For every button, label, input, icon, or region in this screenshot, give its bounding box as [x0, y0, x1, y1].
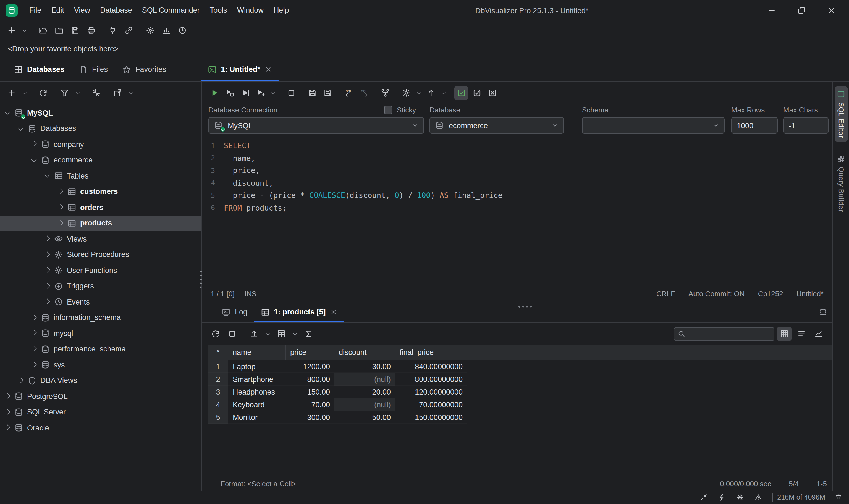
column-header-price[interactable]: price — [286, 345, 335, 360]
tree-item-customers[interactable]: customers — [0, 184, 201, 199]
tree-item-tables[interactable]: Tables — [0, 168, 201, 184]
export-grid-button[interactable] — [247, 327, 261, 341]
save-button[interactable] — [68, 23, 82, 37]
search-input[interactable] — [688, 329, 765, 339]
line-ending[interactable]: CRLF — [656, 289, 675, 298]
tree-item-products[interactable]: products — [0, 215, 201, 231]
tree-item-events[interactable]: Events — [0, 294, 201, 310]
auto-commit-toggle[interactable] — [454, 86, 468, 100]
chevron-down-icon[interactable] — [3, 109, 11, 117]
chevron-right-icon[interactable] — [43, 282, 51, 290]
grid-cell[interactable]: 150.00000000 — [395, 411, 467, 424]
column-header-discount[interactable]: discount — [335, 345, 395, 360]
grid-cell[interactable]: Headphones — [228, 386, 286, 398]
tree-item-sql-server[interactable]: SQL Server — [0, 404, 201, 420]
charts-button[interactable] — [159, 23, 173, 37]
execute-current-button[interactable] — [223, 86, 237, 100]
execute-chevron-icon[interactable] — [269, 86, 277, 100]
chevron-right-icon[interactable] — [56, 188, 64, 196]
database-dropdown[interactable]: ecommerce — [430, 117, 564, 134]
column-header-name[interactable]: name — [228, 345, 286, 360]
max-rows-input[interactable]: 1000 — [731, 117, 778, 134]
close-tab-icon[interactable] — [330, 308, 338, 316]
grid-cell[interactable]: Laptop — [228, 360, 286, 373]
grid-cell[interactable]: 70.00000000 — [395, 398, 467, 411]
describe-chevron-icon[interactable] — [291, 327, 299, 341]
menu-database[interactable]: Database — [95, 0, 137, 21]
tree-item-triggers[interactable]: Triggers — [0, 278, 201, 294]
reload-grid-button[interactable] — [209, 327, 222, 341]
tree-item-views[interactable]: Views — [0, 231, 201, 247]
menu-view[interactable]: View — [69, 0, 95, 21]
open-file-button[interactable] — [52, 23, 66, 37]
tree-item-mysql[interactable]: mysql — [0, 325, 201, 341]
maximize-results-button[interactable] — [819, 308, 827, 316]
row-number[interactable]: 1 — [209, 360, 228, 373]
row-number[interactable]: 5 — [209, 411, 228, 424]
tree-item-databases[interactable]: Databases — [0, 121, 201, 137]
chevron-down-icon[interactable] — [17, 125, 24, 133]
menu-sql-commander[interactable]: SQL Commander — [137, 0, 205, 21]
history-button[interactable] — [175, 23, 189, 37]
save-sql-button[interactable] — [305, 86, 319, 100]
encoding[interactable]: Cp1252 — [758, 289, 783, 298]
run-options-chevron-icon[interactable] — [439, 86, 447, 100]
execute-statement-button[interactable] — [238, 86, 252, 100]
open-button[interactable] — [36, 23, 50, 37]
grid-cell[interactable]: 120.00000000 — [395, 386, 467, 398]
save-sql-as-button[interactable] — [321, 86, 335, 100]
export-chevron-icon[interactable] — [264, 327, 271, 341]
column-header-rownum[interactable]: * — [209, 345, 228, 360]
chevron-right-icon[interactable] — [43, 298, 51, 306]
tree-item-user-functions[interactable]: User Functions — [0, 263, 201, 278]
grid-search-box[interactable] — [674, 327, 774, 341]
chevron-right-icon[interactable] — [3, 393, 11, 400]
chevron-right-icon[interactable] — [30, 345, 38, 353]
filter-button[interactable] — [57, 86, 71, 100]
filter-chevron-icon[interactable] — [73, 86, 81, 100]
tree-item-sys[interactable]: sys — [0, 357, 201, 373]
grid-cell[interactable]: Monitor — [228, 411, 286, 424]
grid-cell[interactable]: 150.00 — [286, 386, 335, 398]
chevron-down-icon[interactable] — [30, 156, 38, 164]
schema-dropdown[interactable] — [582, 117, 725, 134]
row-number[interactable]: 2 — [209, 373, 228, 386]
chevron-right-icon[interactable] — [3, 408, 11, 416]
rail-tab-query-builder[interactable]: Query Builder — [834, 150, 848, 216]
tab-files[interactable]: Files — [72, 57, 115, 81]
lightning-icon[interactable] — [717, 492, 727, 502]
open-object-button[interactable] — [111, 86, 124, 100]
menu-help[interactable]: Help — [269, 0, 294, 21]
sql-editor[interactable]: 1SELECT2 name,3 price,4 discount,5 price… — [202, 136, 832, 285]
grid-cell[interactable]: Smartphone — [228, 373, 286, 386]
execute-buffer-button[interactable] — [254, 86, 268, 100]
grid-cell[interactable]: 840.00000000 — [395, 360, 467, 373]
new-object-button[interactable] — [4, 23, 18, 37]
grid-cell[interactable]: Keyboard — [228, 398, 286, 411]
chevron-right-icon[interactable] — [56, 219, 64, 227]
disconnect-button[interactable] — [122, 23, 136, 37]
chevron-right-icon[interactable] — [3, 424, 11, 432]
new-object-chevron-icon[interactable] — [20, 23, 28, 37]
chevron-right-icon[interactable] — [43, 267, 51, 274]
options-button[interactable] — [399, 86, 413, 100]
commit-button[interactable] — [470, 86, 484, 100]
chevron-right-icon[interactable] — [43, 251, 51, 259]
tree-item-dba-views[interactable]: DBA Views — [0, 373, 201, 389]
tab-result-products[interactable]: 1: products [5] — [254, 302, 345, 322]
close-button[interactable] — [827, 6, 836, 15]
grid-cell[interactable]: (null) — [335, 398, 395, 411]
collapse-all-button[interactable] — [89, 86, 103, 100]
grid-cell[interactable]: 800.00 — [286, 373, 335, 386]
row-number[interactable]: 3 — [209, 386, 228, 398]
chevron-down-icon[interactable] — [43, 172, 51, 180]
grid-cell[interactable]: (null) — [335, 373, 395, 386]
tree-item-orders[interactable]: orders — [0, 199, 201, 215]
tree-item-performance-schema[interactable]: performance_schema — [0, 341, 201, 357]
create-connection-chevron-icon[interactable] — [20, 86, 28, 100]
grid-cell[interactable]: 20.00 — [335, 386, 395, 398]
options-chevron-icon[interactable] — [415, 86, 422, 100]
text-view-button[interactable] — [794, 327, 809, 341]
tree-item-mysql[interactable]: MySQL — [0, 105, 201, 121]
describe-button[interactable] — [274, 327, 288, 341]
